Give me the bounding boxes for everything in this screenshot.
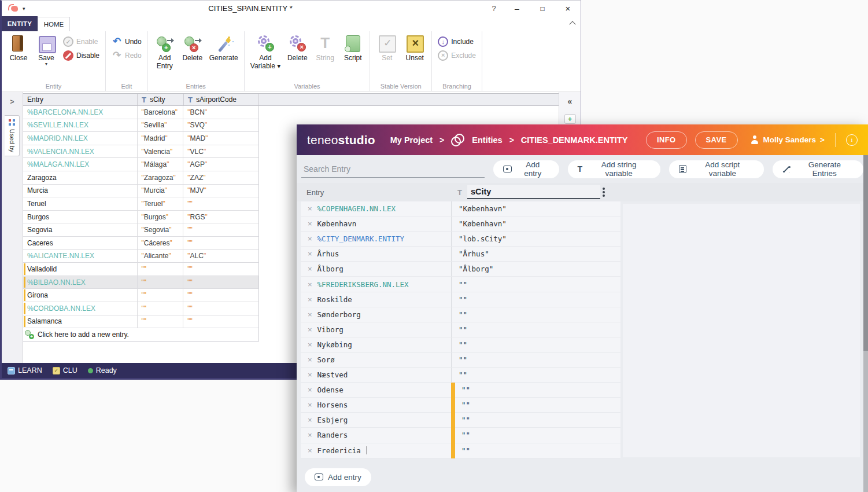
scity-cell[interactable]: "Barcelona" xyxy=(138,106,184,119)
ribbon-button-delete[interactable]: Delete xyxy=(284,34,311,63)
table-row[interactable]: ×Ålborg"Ålborg" xyxy=(301,262,620,277)
entry-cell[interactable]: ×Sønderborg xyxy=(301,307,451,322)
sairportcode-cell[interactable]: "AGP" xyxy=(183,158,258,171)
table-row[interactable]: Girona"""" xyxy=(23,289,259,302)
value-cell[interactable]: "" xyxy=(451,307,620,322)
entry-cell[interactable]: %MALAGA.NN.LEX xyxy=(23,158,138,171)
scity-cell[interactable]: "Madrid" xyxy=(138,132,184,145)
entry-cell[interactable]: ×%COPENHAGEN.NN.LEX xyxy=(301,201,451,216)
close-window-button[interactable]: × xyxy=(555,1,581,16)
ribbon-button-undo[interactable]: Undo xyxy=(109,36,144,47)
table-row[interactable]: %CORDOBA.NN.LEX"""" xyxy=(23,302,259,315)
scity-cell[interactable]: "" xyxy=(138,289,184,302)
table-row[interactable]: Burgos"Burgos""RGS" xyxy=(23,211,259,224)
entry-cell[interactable]: Burgos xyxy=(23,211,138,223)
scrollbar-thumb[interactable] xyxy=(863,155,868,351)
maximize-button[interactable]: □ xyxy=(530,1,555,16)
entry-cell[interactable]: Zaragoza xyxy=(23,171,138,184)
scity-cell[interactable]: "Alicante" xyxy=(138,250,184,263)
save-button[interactable]: SAVE xyxy=(695,131,738,149)
value-cell[interactable]: "" xyxy=(451,398,620,412)
table-row[interactable]: ×Sorø"" xyxy=(301,353,620,368)
scity-cell[interactable]: "" xyxy=(138,302,184,315)
remove-entry-icon[interactable]: × xyxy=(308,355,312,364)
scity-cell[interactable]: "" xyxy=(138,315,184,328)
value-cell[interactable]: "" xyxy=(451,413,620,427)
table-row[interactable]: %SEVILLE.NN.LEX"Sevilla""SVQ" xyxy=(23,119,259,133)
ribbon-button-add-variable[interactable]: AddVariable ▾ xyxy=(248,34,283,71)
table-row[interactable]: ×Nykøbing"" xyxy=(301,337,620,353)
sairportcode-cell[interactable]: "" xyxy=(183,237,258,249)
remove-entry-icon[interactable]: × xyxy=(308,249,312,258)
table-row[interactable]: ×Sønderborg"" xyxy=(301,307,620,322)
ribbon-button-generate[interactable]: Generate xyxy=(207,34,241,63)
entry-cell[interactable]: ×Sorø xyxy=(301,353,451,367)
add-string-variable-button[interactable]: TAdd string variable xyxy=(568,160,660,178)
entry-cell[interactable]: ×Randers xyxy=(301,428,451,442)
table-row[interactable]: %ALICANTE.NN.LEX"Alicante""ALC" xyxy=(23,250,259,263)
entry-cell[interactable]: Caceres xyxy=(23,237,138,249)
remove-entry-icon[interactable]: × xyxy=(308,219,312,228)
entry-cell[interactable]: %MADRID.NN.LEX xyxy=(23,132,138,145)
remove-entry-icon[interactable]: × xyxy=(308,204,312,213)
tab-home[interactable]: HOME xyxy=(38,17,70,31)
value-cell[interactable]: "" xyxy=(451,368,620,382)
column-header-scity[interactable]: TsCity xyxy=(138,94,184,105)
add-entry-button[interactable]: Add entry xyxy=(493,160,559,178)
sairportcode-cell[interactable]: "RGS" xyxy=(183,211,258,223)
scity-cell[interactable]: "Valencia" xyxy=(138,145,184,158)
scity-cell[interactable]: "Málaga" xyxy=(138,158,184,171)
vertical-scrollbar[interactable] xyxy=(863,155,868,492)
value-cell[interactable]: "" xyxy=(451,443,620,458)
ribbon-button-close[interactable]: Close xyxy=(5,34,32,63)
table-row[interactable]: ×Viborg"" xyxy=(301,322,620,337)
value-cell[interactable]: "Ålborg" xyxy=(451,262,620,276)
entry-cell[interactable]: Salamanca xyxy=(23,315,138,328)
value-cell[interactable]: "" xyxy=(451,353,620,367)
value-cell[interactable]: "" xyxy=(451,337,620,352)
minimize-button[interactable]: – xyxy=(504,1,530,16)
scity-cell[interactable]: "Sevilla" xyxy=(138,119,184,132)
sairportcode-cell[interactable]: "" xyxy=(183,315,258,328)
sairportcode-cell[interactable]: "VLC" xyxy=(183,145,258,158)
table-row[interactable]: Teruel"Teruel""" xyxy=(23,197,259,211)
used-by-tab[interactable]: Used by xyxy=(5,115,20,156)
entry-cell[interactable]: ×%CITY_DENMARK.ENTITY xyxy=(301,232,451,246)
remove-entry-icon[interactable]: × xyxy=(308,280,312,289)
remove-entry-icon[interactable]: × xyxy=(308,416,312,424)
remove-entry-icon[interactable]: × xyxy=(308,310,312,319)
ribbon-button-save[interactable]: Save▾ xyxy=(33,34,60,68)
info-circle-icon[interactable]: i xyxy=(846,134,858,146)
column-header-sairportcode[interactable]: TsAirportCode xyxy=(184,94,259,105)
entry-cell[interactable]: ×Roskilde xyxy=(301,292,451,307)
table-row[interactable]: Segovia"Segovia""" xyxy=(23,223,259,237)
breadcrumb-entities[interactable]: Entities xyxy=(472,135,502,145)
remove-entry-icon[interactable]: × xyxy=(308,340,312,349)
entry-cell[interactable]: ×Fredericia xyxy=(301,443,451,458)
dropdown-caret-icon[interactable]: ▾ xyxy=(45,62,47,67)
scity-cell[interactable]: "" xyxy=(138,263,184,276)
variable-name-input[interactable] xyxy=(467,185,600,199)
value-cell[interactable]: "" xyxy=(451,383,620,397)
table-row[interactable]: ×Horsens"" xyxy=(301,398,620,413)
entry-cell[interactable]: %VALENCIA.NN.LEX xyxy=(23,145,138,158)
info-button[interactable]: INFO xyxy=(646,131,687,149)
sairportcode-cell[interactable]: "ZAZ" xyxy=(183,171,258,184)
remove-entry-icon[interactable]: × xyxy=(308,385,312,394)
entry-cell[interactable]: ×Århus xyxy=(301,247,451,261)
expand-right-panel-icon[interactable]: « xyxy=(568,97,572,106)
add-script-variable-button[interactable]: Add script variable xyxy=(669,160,764,178)
sairportcode-cell[interactable]: "" xyxy=(183,263,258,276)
status-clu[interactable]: CLU xyxy=(53,366,77,374)
table-row[interactable]: Zaragoza"Zaragoza""ZAZ" xyxy=(23,171,259,185)
ribbon-button-disable[interactable]: Disable xyxy=(61,50,102,61)
remove-entry-icon[interactable]: × xyxy=(308,295,312,304)
scity-cell[interactable]: "Zaragoza" xyxy=(138,171,184,184)
user-menu[interactable]: Molly Sanders > xyxy=(751,135,825,144)
table-row[interactable]: %MALAGA.NN.LEX"Málaga""AGP" xyxy=(23,158,259,171)
entry-cell[interactable]: ×Nykøbing xyxy=(301,337,451,352)
teneo-studio-logo[interactable]: teneostudio xyxy=(307,133,375,147)
value-cell[interactable]: "lob.sCity" xyxy=(451,232,620,246)
sairportcode-cell[interactable]: "MJV" xyxy=(183,185,258,197)
ribbon-button-script[interactable]: Script xyxy=(339,34,366,63)
